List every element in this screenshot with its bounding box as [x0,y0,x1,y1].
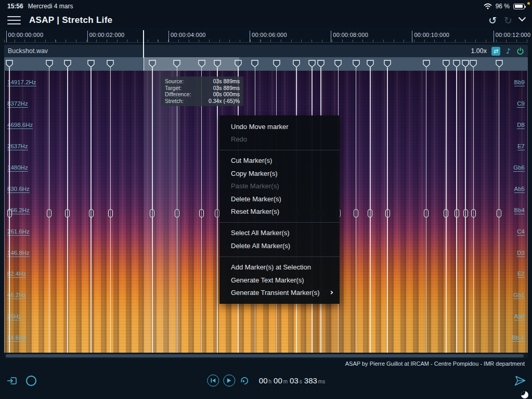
undo-icon[interactable]: ↺ [488,16,497,25]
note-label: D3 [517,250,525,257]
marker-handle[interactable] [455,209,459,217]
menu-divider [219,222,340,223]
marker-flag-icon[interactable] [353,60,360,68]
marker-flag-icon[interactable] [308,60,316,68]
timeline-ruler[interactable]: 00:00:00:00000:00:02:00000:00:04:00000:0… [4,29,528,43]
marker-flag-icon[interactable] [443,60,450,68]
menu-item[interactable]: Add Marker(s) at Selection [219,261,340,274]
menu-item[interactable]: Undo Move marker [219,120,340,133]
marker-flag-icon[interactable] [149,60,156,68]
marker-flag-icon[interactable] [251,60,258,68]
freq-label: 14.6Hz [7,334,26,342]
marker-handle[interactable] [47,209,51,217]
marker-flag-icon[interactable] [367,60,374,68]
marker-flag-icon[interactable] [64,60,71,68]
marker-flag-icon[interactable] [317,60,325,68]
marker-flag-icon[interactable] [214,60,221,68]
marker-handle[interactable] [463,209,468,217]
note-label: Gb1 [513,292,525,299]
freq-label: 14917.2Hz [7,79,36,86]
menu-item[interactable]: Reset Marker(s) [219,205,340,217]
note-label: Bb4 [514,207,525,214]
skip-back-button[interactable] [207,375,219,387]
credit-text: ASAP by Pierre Guillot at IRCAM - Centre… [345,361,525,367]
track-bar[interactable]: Buckshot.wav 1.00x ⇄ ♪ [4,45,528,57]
horizontal-scrollbar[interactable] [4,353,528,358]
submenu-arrow-icon: › [330,288,333,297]
menu-item[interactable]: Delete Marker(s) [219,192,340,205]
note-label: C9 [517,100,525,108]
marker-handle[interactable] [175,209,179,217]
marker-handle[interactable] [471,209,476,217]
marker-flag-icon[interactable] [46,60,53,68]
marker-flag-icon[interactable] [384,60,391,68]
marker-flag-icon[interactable] [470,60,477,68]
menu-item[interactable]: Generate Transient Marker(s)› [219,286,340,299]
menu-item[interactable]: Select All Marker(s) [219,227,340,239]
marker-flag-icon[interactable] [173,60,180,68]
playback-speed[interactable]: 1.00x [471,47,487,55]
horizontal-scrollbar-thumb[interactable] [6,354,524,357]
status-bar: 15:56 Mercredi 4 mars 96 % [0,0,532,12]
freq-label: 8372Hz [7,100,28,108]
marker-handle[interactable] [65,209,70,217]
send-icon[interactable] [514,376,526,386]
freq-label: 261.6Hz [7,228,30,236]
marker-flag-icon[interactable] [293,60,300,68]
time-segment: 00h [259,376,271,385]
menu-divider [219,150,340,150]
note-label: Gb6 [513,164,525,172]
marker-flag-icon[interactable] [423,60,430,68]
note-label: Ab5 [514,186,525,193]
freq-label: 46.2Hz [7,292,26,299]
menu-item[interactable]: Cut Marker(s) [219,155,340,167]
menu-item[interactable]: Delete All Marker(s) [219,239,340,252]
clock-date: Mercredi 4 mars [28,3,73,10]
menu-item[interactable]: Copy Marker(s) [219,167,340,179]
wifi-icon [484,3,492,9]
marker-handle[interactable] [385,209,390,217]
marker-flag-icon[interactable] [87,60,95,68]
menu-item: Paste Marker(s) [219,180,340,192]
menu-icon[interactable] [7,16,21,24]
power-icon[interactable] [516,47,524,55]
record-icon[interactable] [26,376,36,386]
marker-flag-icon[interactable] [198,60,205,68]
marker-handle[interactable] [354,209,358,217]
marker-handle[interactable] [497,209,501,217]
marker-flag-icon[interactable] [496,60,503,68]
marker-handle[interactable] [444,209,448,217]
playhead[interactable] [143,30,144,58]
marker-flag-icon[interactable] [334,60,342,68]
strip-selection[interactable] [144,57,239,71]
marker-handle[interactable] [108,209,113,217]
marker-flag-icon[interactable] [453,60,460,68]
menu-item[interactable]: Generate Text Marker(s) [219,274,340,286]
marker-handle[interactable] [7,209,12,217]
marker-handle[interactable] [368,209,372,217]
marker-flag-icon[interactable] [6,60,13,68]
freq-label: 830.6Hz [7,186,30,193]
play-button[interactable] [223,375,235,387]
marker-handle[interactable] [199,209,204,217]
note-label: Ab0 [514,313,525,320]
marker-flag-icon[interactable] [235,60,242,68]
marker-flag-icon[interactable] [273,60,280,68]
loop-button[interactable] [239,376,250,385]
marker-handle[interactable] [150,209,154,217]
stretch-tooltip: Source:03s 889msTarget:03s 889msDifferen… [161,76,243,106]
marker-handle[interactable] [215,209,219,217]
music-note-icon[interactable]: ♪ [504,47,513,56]
chevron-down-icon[interactable] [518,14,526,21]
note-label: E7 [517,143,525,150]
marker-handle[interactable] [424,209,429,217]
marker-handle[interactable] [89,209,94,217]
freq-label: 1480Hz [7,164,28,172]
tooltip-row: Difference:00s 000ms [165,91,240,98]
marker-flag-icon[interactable] [462,60,469,68]
import-file-icon[interactable] [6,376,18,386]
stretch-mode-icon[interactable]: ⇄ [491,47,500,56]
menu-divider [219,256,340,257]
page-title: ASAP | Stretch Life [29,15,112,25]
marker-flag-icon[interactable] [107,60,114,68]
